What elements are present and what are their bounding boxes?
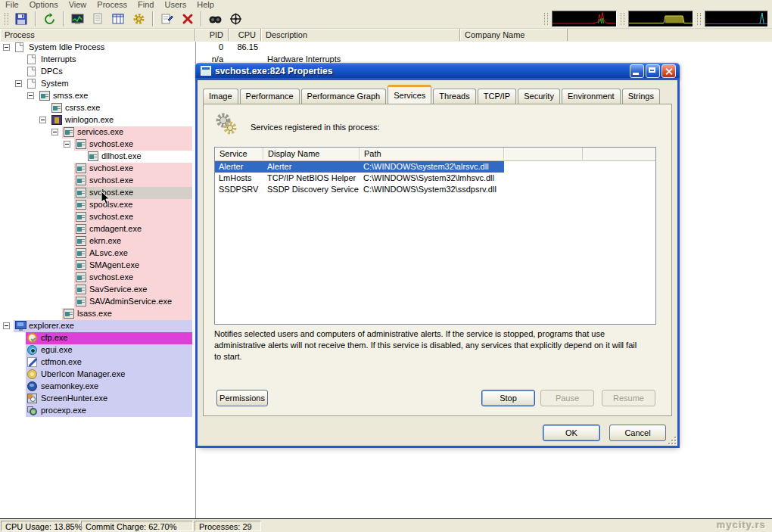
pid-value: 0	[195, 42, 223, 51]
find-handle-icon[interactable]	[206, 10, 225, 28]
tab-threads[interactable]: Threads	[433, 89, 475, 104]
tree-expander-icon[interactable]	[3, 44, 10, 51]
column-header-description[interactable]: Description	[261, 29, 460, 41]
service-cell: Alerter	[263, 161, 360, 173]
services-intro-label: Services registered in this process:	[251, 123, 380, 132]
kill-process-icon[interactable]	[178, 10, 197, 28]
toolbar-grip[interactable]	[544, 13, 548, 25]
window-icon	[76, 163, 86, 173]
toolbar-grip[interactable]	[621, 13, 624, 25]
service-row-alerter[interactable]: AlerterAlerterC:\WINDOWS\system32\alrsvc…	[215, 161, 655, 173]
window-icon	[76, 285, 86, 294]
process-explorer-window: FileOptionsViewProcessFindUsersHelp Proc…	[0, 0, 772, 532]
tree-expander-icon[interactable]	[3, 322, 10, 329]
page-icon	[15, 42, 23, 52]
process-row-system-idle-process[interactable]: System Idle Process086.15	[0, 42, 772, 54]
toolbar-separator	[35, 11, 36, 26]
pen-icon	[27, 357, 37, 367]
maximize-button[interactable]	[646, 64, 660, 78]
tab-image[interactable]: Image	[203, 89, 238, 104]
menu-item-file[interactable]: File	[0, 0, 24, 9]
dialog-title: svchost.exe:824 Properties	[215, 66, 332, 76]
tree-expander-icon[interactable]	[15, 80, 22, 87]
window-icon	[76, 224, 86, 234]
service-cell: LmHosts	[215, 173, 263, 184]
tab-security[interactable]: Security	[518, 89, 560, 104]
stop-button[interactable]: Stop	[481, 390, 535, 406]
window-icon	[39, 91, 50, 101]
column-header-process[interactable]: Process	[0, 29, 195, 41]
process-name: explorer.exe	[29, 321, 74, 330]
find-window-process-icon[interactable]	[226, 10, 245, 28]
process-name: winlogon.exe	[65, 115, 114, 124]
ubericon-icon	[27, 369, 37, 379]
tree-expander-icon[interactable]	[64, 141, 70, 148]
service-column-blank	[504, 148, 583, 160]
page-icon	[27, 67, 36, 76]
menu-item-process[interactable]: Process	[92, 0, 132, 9]
process-name: smss.exe	[53, 91, 88, 100]
monitor-icon	[15, 321, 26, 329]
io-history-graph[interactable]	[705, 11, 768, 27]
properties-dialog: ImagePerformancePerformance GraphService…	[198, 80, 677, 446]
ok-button[interactable]: OK	[543, 425, 600, 441]
save-icon[interactable]	[12, 10, 31, 28]
tab-environment[interactable]: Environment	[562, 89, 621, 104]
menu-item-users[interactable]: Users	[159, 0, 191, 9]
commit-history-graph[interactable]	[628, 11, 693, 27]
refresh-icon[interactable]	[40, 10, 59, 28]
service-row-ssdpsrv[interactable]: SSDPSRVSSDP Discovery ServiceC:\WINDOWS\…	[215, 184, 655, 195]
services-list-rows: AlerterAlerterC:\WINDOWS\system32\alrsvc…	[215, 161, 655, 195]
eset-icon	[27, 345, 37, 355]
show-dlls-icon[interactable]	[89, 10, 107, 28]
window-icon	[51, 103, 62, 113]
process-name: cmdagent.exe	[89, 224, 142, 233]
show-services-icon[interactable]	[129, 10, 148, 28]
system-information-icon[interactable]	[68, 10, 87, 28]
window-icon	[76, 188, 86, 198]
tab-performance-graph[interactable]: Performance Graph	[301, 89, 387, 104]
permissions-button[interactable]: Permissions	[216, 390, 268, 406]
tab-services[interactable]: Services	[388, 85, 431, 104]
close-icon[interactable]	[661, 64, 676, 78]
dialog-titlebar[interactable]: svchost.exe:824 Properties	[195, 63, 680, 80]
tree-expander-icon[interactable]	[27, 92, 34, 99]
tree-expander-icon[interactable]	[51, 129, 58, 135]
process-name: dllhost.exe	[101, 151, 142, 160]
menu-item-help[interactable]: Help	[191, 0, 219, 9]
window-icon	[76, 176, 86, 185]
tree-expander-icon[interactable]	[39, 117, 46, 123]
service-column-service[interactable]: Service	[215, 148, 263, 160]
service-column-path[interactable]: Path	[360, 148, 504, 160]
service-column-display-name[interactable]: Display Name	[263, 148, 360, 160]
menu-item-view[interactable]: View	[64, 0, 92, 9]
cancel-button[interactable]: Cancel	[609, 425, 666, 441]
toolbar-grip[interactable]	[5, 13, 8, 25]
select-columns-icon[interactable]	[109, 10, 128, 28]
column-header-pid[interactable]: PID	[195, 29, 229, 41]
process-name: svchost.exe	[89, 212, 133, 221]
process-name: ctfmon.exe	[41, 357, 82, 366]
resize-grip[interactable]	[666, 434, 676, 444]
column-header-cpu[interactable]: CPU	[229, 29, 261, 41]
window-icon	[76, 236, 86, 246]
tab-performance[interactable]: Performance	[240, 89, 300, 104]
mouse-cursor	[101, 191, 111, 207]
minimize-button[interactable]	[630, 64, 644, 78]
services-list[interactable]: ServiceDisplay NamePath AlerterAlerterC:…	[214, 147, 656, 325]
list-column-headers: ProcessPIDCPUDescriptionCompany Name	[0, 29, 772, 42]
cpu-history-graph[interactable]	[552, 11, 617, 27]
toolbar-grip[interactable]	[697, 13, 701, 25]
service-row-lmhosts[interactable]: LmHostsTCP/IP NetBIOS HelperC:\WINDOWS\S…	[215, 173, 655, 184]
process-name: services.exe	[77, 127, 123, 136]
page-icon	[27, 79, 36, 89]
properties-icon[interactable]	[157, 10, 176, 28]
process-name: DPCs	[41, 67, 63, 76]
menu-item-find[interactable]: Find	[132, 0, 159, 9]
column-header-company-name[interactable]: Company Name	[460, 29, 568, 41]
menu-item-options[interactable]: Options	[24, 0, 64, 9]
toolbar	[0, 9, 772, 29]
tab-tcp-ip[interactable]: TCP/IP	[478, 89, 516, 104]
tab-strings[interactable]: Strings	[622, 89, 660, 104]
process-name: ScreenHunter.exe	[41, 394, 107, 403]
